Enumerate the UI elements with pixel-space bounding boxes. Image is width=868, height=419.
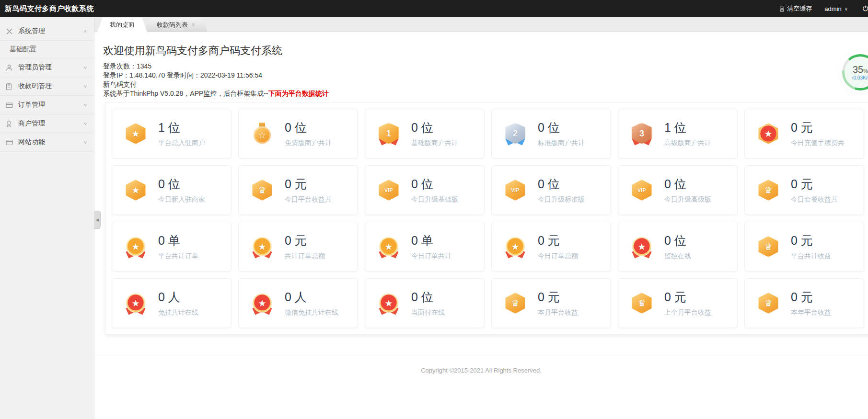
stat-text: 1 位高级版商户共计 xyxy=(664,120,711,147)
chevron-down-icon: ∨ xyxy=(845,6,848,11)
sidebar-item-orders[interactable]: 订单管理∨ xyxy=(0,96,94,114)
stat-text: 0 元今日套餐收益共 xyxy=(791,176,838,204)
stat-value: 0 元 xyxy=(538,233,578,249)
stat-value: 0 位 xyxy=(285,120,332,136)
stat-label: 平台总入驻商户 xyxy=(158,139,205,147)
medal-star-gold-icon: ★ xyxy=(504,236,526,258)
footer-divider xyxy=(94,356,868,356)
gauge-face: 35% ↑0.03K/s xyxy=(845,57,868,88)
system-note-highlight: 下面为平台数据统计 xyxy=(268,90,329,97)
stats-panel: ★1 位平台总入驻商户☆0 位免费版商户共计10 位基础版商户共计20 位标准版… xyxy=(105,102,868,335)
stat-label: 本月平台收益 xyxy=(538,308,578,317)
close-icon[interactable]: × xyxy=(192,22,195,28)
main-area: 我的桌面收款码列表× 欢迎使用新鸟码支付多商户码支付系统 登录次数：1345 登… xyxy=(94,17,868,419)
chevron-down-icon: ∨ xyxy=(83,102,87,107)
medal-pin-gold-icon: ☆ xyxy=(251,123,273,145)
user-menu[interactable]: admin ∨ xyxy=(824,5,848,12)
stat-label: 免挂共计在线 xyxy=(158,308,198,317)
stat-text: 0 人免挂共计在线 xyxy=(158,289,198,317)
stat-text: 0 单今日订单共计 xyxy=(411,233,451,260)
stat-label: 免费版商户共计 xyxy=(285,139,332,147)
hex-crown-gold-icon: ♛ xyxy=(251,179,273,201)
stat-text: 0 单平台共计订单 xyxy=(158,233,198,260)
hex-vip-gold-icon: VIP xyxy=(378,179,400,201)
stat-label: 今日订单共计 xyxy=(411,252,451,260)
shield-rank1-gold-icon: 1 xyxy=(378,123,400,145)
clipboard-icon xyxy=(6,82,14,90)
gauge-rate: ↑0.03K/s xyxy=(851,75,868,80)
hex-vip-gold-icon: VIP xyxy=(504,179,526,201)
stat-card: ★0 位监控在线 xyxy=(618,222,738,272)
stat-text: 0 元上个月平台收益 xyxy=(664,289,711,317)
tab-qrcode-list[interactable]: 收款码列表× xyxy=(144,18,208,32)
stat-label: 监控在线 xyxy=(664,252,691,260)
hex-crown-gold-icon: ♛ xyxy=(757,179,779,201)
sidebar-subitem-system-0[interactable]: 基础配置 xyxy=(0,41,94,58)
sidebar-item-merchants[interactable]: 商户管理∨ xyxy=(0,114,94,133)
stat-card: ♛0 元今日套餐收益共 xyxy=(744,165,864,215)
sidebar-item-qrcodes[interactable]: 收款码管理∨ xyxy=(0,77,94,96)
stat-value: 0 位 xyxy=(664,233,691,249)
hex-shield-red-icon: ★ xyxy=(757,123,779,145)
stat-text: 0 位监控在线 xyxy=(664,233,691,260)
stat-value: 0 元 xyxy=(285,233,325,249)
stat-value: 0 元 xyxy=(538,289,578,305)
tab-bar: 我的桌面收款码列表× xyxy=(94,17,868,32)
card-icon xyxy=(6,101,14,109)
topbar-actions: 清空缓存 admin ∨ xyxy=(779,4,868,13)
stat-text: 0 元本年平台收益 xyxy=(791,289,831,317)
sidebar-item-label: 网站功能 xyxy=(18,138,83,147)
sidebar-item-admins[interactable]: 管理员管理∨ xyxy=(0,58,94,77)
stat-text: 0 位当面付在线 xyxy=(411,289,445,317)
stat-label: 今日新入驻商家 xyxy=(158,195,205,204)
login-count: 登录次数：1345 xyxy=(103,62,868,71)
sidebar-item-website[interactable]: 网站功能∨ xyxy=(0,133,94,152)
stat-label: 今日订单总额 xyxy=(538,252,578,260)
stat-value: 1 位 xyxy=(664,120,711,136)
medal-star-gold-icon: ★ xyxy=(125,236,147,258)
stat-text: 0 元共计订单总额 xyxy=(285,233,325,260)
stat-label: 今日平台收益共 xyxy=(285,195,332,204)
stat-text: 0 位今日新入驻商家 xyxy=(158,176,205,204)
medal-star-red-icon: ★ xyxy=(251,292,273,314)
stat-label: 基础版商户共计 xyxy=(411,139,458,147)
content: 欢迎使用新鸟码支付多商户码支付系统 登录次数：1345 登录IP：1.48.14… xyxy=(94,32,868,419)
wrench-icon xyxy=(6,27,14,35)
clear-cache-button[interactable]: 清空缓存 xyxy=(779,4,812,13)
sidebar-item-label: 订单管理 xyxy=(18,101,83,109)
stat-value: 0 单 xyxy=(411,233,451,249)
stat-label: 平台共计订单 xyxy=(158,252,198,260)
chevron-down-icon: ∨ xyxy=(83,84,87,89)
stat-card: ★1 位平台总入驻商户 xyxy=(112,109,231,159)
stats-grid: ★1 位平台总入驻商户☆0 位免费版商户共计10 位基础版商户共计20 位标准版… xyxy=(112,109,865,328)
stat-card: ★0 位当面付在线 xyxy=(365,278,485,328)
stat-value: 0 位 xyxy=(664,176,711,192)
gauge-percent: 35% xyxy=(853,65,868,74)
stat-label: 本年平台收益 xyxy=(791,308,831,317)
stat-card: ♛0 元本年平台收益 xyxy=(744,278,864,328)
stat-label: 标准版商户共计 xyxy=(538,139,585,147)
stat-label: 高级版商户共计 xyxy=(664,139,711,147)
sidebar-item-label: 收款码管理 xyxy=(18,82,83,91)
stat-label: 今日升级标准版 xyxy=(538,195,585,204)
partial-edge-icon[interactable]: ⏻ xyxy=(863,4,868,13)
sidebar-item-system[interactable]: 系统管理∧ xyxy=(0,22,94,41)
stat-value: 1 位 xyxy=(158,120,205,136)
browser-icon xyxy=(6,138,14,146)
stat-label: 上个月平台收益 xyxy=(664,308,711,317)
stat-value: 0 人 xyxy=(285,289,338,305)
stat-card: ★0 人微信免挂共计在线 xyxy=(238,278,358,328)
stat-text: 0 人微信免挂共计在线 xyxy=(285,289,338,317)
stat-text: 0 位免费版商户共计 xyxy=(285,120,332,147)
stat-text: 0 位基础版商户共计 xyxy=(411,120,458,147)
stat-label: 微信免挂共计在线 xyxy=(285,308,338,317)
stat-value: 0 元 xyxy=(791,120,845,136)
sidebar-collapse-handle[interactable]: ◀ xyxy=(94,211,101,229)
tab-my-desktop[interactable]: 我的桌面 xyxy=(97,18,147,32)
stat-value: 0 元 xyxy=(664,289,711,305)
stat-text: 0 元本月平台收益 xyxy=(538,289,578,317)
medal-star-gold-icon: ★ xyxy=(378,236,400,258)
tab-label: 收款码列表 xyxy=(157,21,188,29)
user-icon xyxy=(6,64,14,71)
trash-icon xyxy=(779,5,785,12)
